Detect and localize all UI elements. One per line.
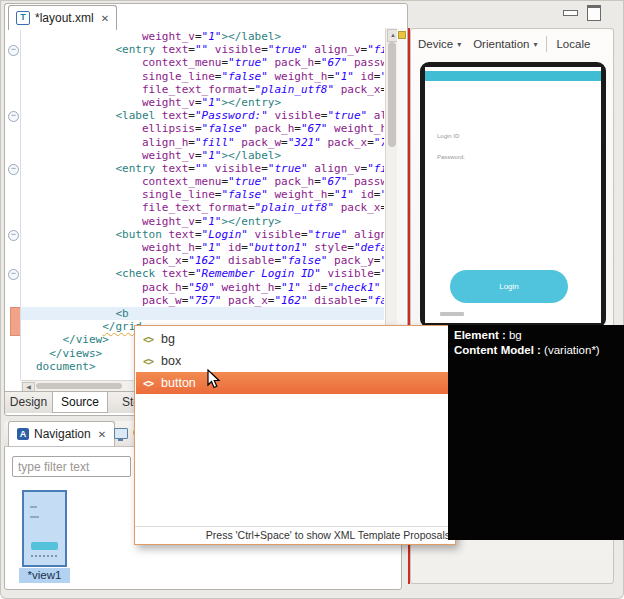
element-icon: <> bbox=[143, 334, 153, 345]
proposal-item[interactable]: <>box bbox=[136, 350, 454, 372]
code-line[interactable]: <button text="Login" visible="true" alig… bbox=[21, 228, 384, 241]
thumb-button-mark bbox=[31, 542, 58, 550]
login-button-preview[interactable]: Login bbox=[450, 270, 568, 303]
hover-tooltip: Element : bg Content Model : (variation*… bbox=[448, 325, 624, 540]
code-line[interactable]: context_menu="true" pack_h="67" passwo bbox=[21, 56, 384, 69]
xml-file-icon: T bbox=[16, 11, 30, 25]
code-line[interactable]: pack_h="50" weight_h="1" id="check1" s bbox=[21, 281, 384, 294]
code-line[interactable]: <label text="Password:" visible="true" a… bbox=[21, 109, 384, 122]
fold-minus-icon[interactable]: − bbox=[8, 230, 19, 241]
phone-statusbar bbox=[425, 71, 601, 81]
proposal-list: <>bg<>box<>button bbox=[136, 328, 454, 394]
editor-tab-title: *layout.xml bbox=[35, 11, 94, 25]
tooltip-element-row: Element : bg bbox=[454, 328, 618, 343]
tab-close-icon[interactable]: ✕ bbox=[98, 429, 106, 440]
proposal-item[interactable]: <>button bbox=[136, 372, 454, 394]
preview-toolbar: Device ▾ Orientation ▾ Locale bbox=[412, 33, 612, 55]
navigation-icon: A bbox=[17, 428, 29, 440]
tab-close-icon[interactable]: ✕ bbox=[101, 13, 109, 24]
tab-navigation[interactable]: A Navigation ✕ bbox=[8, 421, 115, 446]
element-icon: <> bbox=[143, 378, 153, 389]
code-line[interactable]: pack_w="757" pack_x="162" disable="fa bbox=[21, 294, 384, 307]
fold-minus-icon[interactable]: − bbox=[8, 45, 19, 56]
thumb-label-mark bbox=[30, 506, 37, 508]
chevron-down-icon: ▾ bbox=[457, 40, 461, 49]
code-line[interactable]: <check text="Remember Login ID" visible=… bbox=[21, 267, 384, 280]
proposal-item[interactable]: <>bg bbox=[136, 328, 454, 350]
proposal-label: box bbox=[161, 354, 181, 368]
maximize-view-icon[interactable] bbox=[587, 5, 601, 21]
device-dropdown[interactable]: Device ▾ bbox=[412, 38, 467, 50]
login-id-label: Login ID bbox=[437, 133, 459, 139]
code-line[interactable]: file_text_format="plain_utf8" pack_x=" bbox=[21, 201, 384, 214]
minimize-view-icon[interactable] bbox=[563, 10, 578, 16]
warning-marker[interactable] bbox=[398, 31, 406, 39]
code-line[interactable]: weight_h="1" id="button1" style="defa bbox=[21, 241, 384, 254]
fold-minus-icon[interactable]: − bbox=[8, 164, 19, 175]
code-line[interactable]: weight_v="1"></label> bbox=[21, 30, 384, 43]
proposal-label: bg bbox=[161, 332, 175, 346]
popup-footer: Press 'Ctrl+Space' to show XML Template … bbox=[135, 526, 455, 544]
thumbnail-label[interactable]: *view1 bbox=[19, 568, 70, 583]
code-line[interactable]: pack_x="162" disable="false" pack_y=" bbox=[21, 254, 384, 267]
hscroll-thumb[interactable] bbox=[36, 383, 122, 389]
proposal-label: button bbox=[161, 376, 196, 390]
thumb-label-mark bbox=[30, 516, 39, 518]
tooltip-model-row: Content Model : (variation*) bbox=[454, 343, 618, 358]
code-line[interactable]: align_h="fill" pack_w="321" pack_x="79 bbox=[21, 136, 384, 149]
code-line[interactable]: file_text_format="plain_utf8" pack_x=" bbox=[21, 83, 384, 96]
tab-source[interactable]: Source bbox=[53, 392, 108, 413]
fold-minus-icon[interactable]: − bbox=[8, 111, 19, 122]
code-line[interactable]: <entry text="" visible="true" align_v="f… bbox=[21, 43, 384, 56]
toolbar-separator bbox=[546, 36, 547, 52]
mouse-cursor-icon bbox=[207, 369, 221, 389]
tab-design[interactable]: Design bbox=[5, 392, 53, 413]
code-line[interactable]: single_line="false" weight_h="1" id="e bbox=[21, 70, 384, 83]
code-line[interactable]: ellipsis="false" pack_h="67" weight_h= bbox=[21, 122, 384, 135]
code-line[interactable]: weight_v="1"></entry> bbox=[21, 96, 384, 109]
vscroll-thumb[interactable] bbox=[388, 42, 396, 147]
chevron-down-icon: ▾ bbox=[533, 40, 537, 49]
content-assist-popup: <>bg<>box<>button Press 'Ctrl+Space' to … bbox=[134, 325, 456, 545]
code-line[interactable]: context_menu="true" pack_h="67" passwo bbox=[21, 175, 384, 188]
code-line[interactable]: <entry text="" visible="true" align_v="f… bbox=[21, 162, 384, 175]
code-line[interactable]: <b bbox=[21, 307, 384, 320]
code-line[interactable]: weight_v="1"></label> bbox=[21, 149, 384, 162]
filter-input[interactable] bbox=[12, 456, 131, 477]
application-window: T *layout.xml ✕ −−−−− weight_v="1"></lab… bbox=[0, 0, 624, 599]
thumb-check-mark bbox=[31, 555, 58, 557]
code-line[interactable]: weight_v="1"></entry> bbox=[21, 215, 384, 228]
editor-tab-layout-xml[interactable]: T *layout.xml ✕ bbox=[8, 5, 117, 30]
locale-button[interactable]: Locale bbox=[550, 38, 596, 50]
view-thumbnail[interactable] bbox=[22, 490, 67, 567]
fold-minus-icon[interactable]: − bbox=[8, 269, 19, 280]
password-label: Password: bbox=[437, 154, 465, 160]
console-icon bbox=[114, 428, 128, 439]
orientation-dropdown[interactable]: Orientation ▾ bbox=[467, 38, 543, 50]
element-icon: <> bbox=[143, 356, 153, 367]
fold-gutter[interactable]: −−−−− bbox=[5, 28, 21, 380]
remember-check-row bbox=[440, 312, 464, 316]
code-line[interactable]: single_line="false" weight_h="1" id="e bbox=[21, 188, 384, 201]
